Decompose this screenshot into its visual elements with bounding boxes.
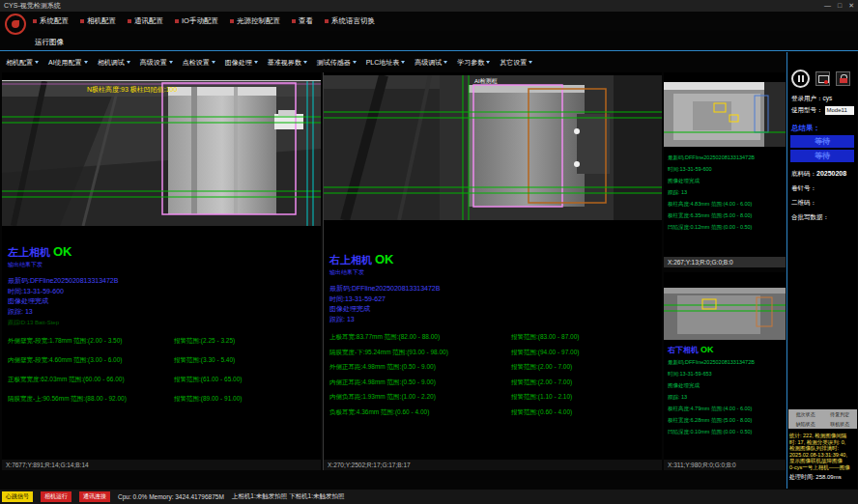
menu-io-manual[interactable]: IO手动配置 — [175, 16, 218, 26]
menu-system-config[interactable]: 系统配置 — [33, 16, 69, 26]
menu-view[interactable]: 查看 — [292, 16, 313, 26]
field-material-code: 底料码：20250208 — [791, 170, 846, 179]
result-ok-badge: OK — [375, 252, 394, 266]
statusbar: 心跳信号 相机运行 通讯连接 Cpu: 0.0% Memory: 3424.41… — [0, 490, 858, 504]
camera-result-title: 右上相机 — [329, 253, 372, 267]
toolbar-image-process[interactable]: 图像处理 — [225, 58, 258, 68]
preview-bottom-image[interactable] — [664, 288, 786, 340]
menu-icon — [292, 19, 296, 23]
titlebar: CYS-视觉检测系统 — □ ✕ — [0, 0, 858, 12]
menu-icon — [230, 19, 234, 23]
menu-icon — [33, 19, 37, 23]
chevron-down-icon — [35, 61, 39, 64]
chevron-down-icon — [401, 61, 405, 64]
measurement-row: 上极耳宽:83.77mm 范围:(82.00 - 88.00)报警范围:(83.… — [329, 333, 660, 342]
result-sub: 输出结果下发 — [8, 261, 319, 269]
chevron-down-icon — [486, 61, 490, 64]
cpu-memory-status: Cpu: 0.0% Memory: 3424.41796875M — [118, 493, 224, 500]
preview-top-image[interactable] — [664, 82, 786, 147]
track-id: 跟踪ID:13 Batt-Step — [8, 319, 319, 327]
tab-run-image[interactable]: 运行图像 — [35, 32, 64, 52]
menu-comm-config[interactable]: 通讯配置 — [128, 16, 163, 26]
toolbar-test-sensor[interactable]: 测试传感器 — [317, 58, 357, 68]
toolbar-ai-config[interactable]: AI使用配置 — [48, 58, 88, 68]
track-number: 跟踪: 13 — [329, 316, 660, 324]
chevron-down-icon — [529, 61, 532, 64]
stats-grid: 批次状态 待复判定 缺陷状态 联机状态 — [788, 409, 857, 429]
chevron-down-icon — [443, 61, 447, 64]
camera-monitor-button[interactable] — [815, 71, 830, 86]
result-ok-badge: OK — [53, 244, 72, 259]
chevron-down-icon — [127, 61, 130, 64]
maximize-button[interactable]: □ — [838, 0, 842, 12]
overlay-label: AI检测框 — [474, 77, 498, 84]
window-title: CYS-视觉检测系统 — [4, 2, 61, 9]
chevron-down-icon — [84, 61, 88, 64]
total-result-box-1: 等待 — [790, 135, 854, 148]
toolbar-advanced-settings[interactable]: 高级设置 — [140, 58, 173, 68]
toolbar-advanced-debug[interactable]: 高级调试 — [415, 58, 447, 68]
field-needle-number: 卷针号： — [791, 184, 816, 193]
measurement-row: 隔膜宽度-上:90.56mm 范围:(88.00 - 92.00)报警范围:(8… — [8, 395, 319, 404]
preview-top-results: 最新码:DFFline2025020813313472B 时间:13-31-59… — [668, 152, 786, 233]
chevron-down-icon — [169, 61, 173, 64]
measurement-row: 内侧负耳距:1.93mm 范围:(1.00 - 2.20)报警范围:(1.10 … — [329, 393, 660, 402]
login-user: 登录用户：cys — [791, 95, 832, 103]
camera-run-indicator: 相机运行 — [41, 491, 72, 502]
comm-link-indicator: 通讯连接 — [79, 491, 110, 502]
toolbar-camera-config[interactable]: 相机配置 — [6, 58, 39, 68]
model-select[interactable]: Mode11 — [825, 106, 854, 115]
preview-camera-bottom: 右下相机 OK 最新码:DFFline2025020813313472B 时间:… — [664, 272, 786, 470]
chevron-down-icon — [212, 61, 215, 64]
result-sub: 输出结果下发 — [329, 268, 660, 277]
result-ok-badge: OK — [701, 344, 714, 355]
model-row: 使用型号： Mode11 — [791, 106, 854, 115]
toolbar-other-settings[interactable]: 其它设置 — [500, 58, 532, 68]
menu-light-control[interactable]: 光源控制配置 — [230, 16, 280, 26]
measurement-row: 正极宽宽度:62.03mm 范围:(60.00 - 66.00)报警范围:(61… — [8, 376, 319, 384]
process-status: 图像处理完成 — [329, 305, 660, 314]
toolbar-spot-check[interactable]: 点检设置 — [183, 58, 215, 68]
close-button[interactable]: ✕ — [848, 0, 854, 12]
toolbar: 相机配置 AI使用配置 相机调试 高级设置 点检设置 图像处理 基准视界数 测试… — [0, 52, 785, 72]
pixel-coords: X:270;Y:2502;R:17;G:17;B:17 — [324, 460, 662, 470]
left-camera-image[interactable]: N极柱高度:93 极柱凹陷值:100 — [2, 80, 321, 226]
lock-button[interactable] — [836, 71, 850, 86]
measurement-row: 外侧壁宽-段宽:1.78mm 范围:(2.00 - 3.50)报警范围:(2.2… — [8, 337, 319, 346]
measurement-row: 内侧壁宽-段宽:4.60mm 范围:(3.00 - 6.00)报警范围:(3.3… — [8, 356, 319, 365]
menu-icon — [80, 19, 84, 23]
heartbeat-indicator: 心跳信号 — [2, 491, 33, 502]
pause-button[interactable] — [791, 70, 810, 88]
field-batch-write: 合批写数据： — [791, 213, 829, 222]
menu-language-switch[interactable]: 系统语言切换 — [325, 16, 375, 26]
measurement-row: 内侧正耳距:4.98mm 范围:(0.50 - 9.00)报警范围:(2.00 … — [329, 378, 660, 387]
camera-trigger-status: 上相机1:未触发拍照 下相机1:未触发拍照 — [232, 492, 345, 501]
stats-lines: 统计: 222, 检测图像间隔 时: 17, 检测分类误判: 0, 检测图像队列… — [789, 433, 856, 471]
latest-code: 最新码:DFFline2025020813313472B — [8, 277, 319, 286]
left-result-block: 左上相机 OK 输出结果下发 最新码:DFFline20250208133134… — [8, 244, 319, 414]
toolbar-camera-debug[interactable]: 相机调试 — [98, 58, 130, 68]
pause-icon — [798, 75, 800, 82]
total-result-box-2: 等待 — [790, 150, 854, 162]
measurement-row: 外侧正耳距:4.98mm 范围:(0.50 - 9.00)报警范围:(2.00 … — [329, 363, 660, 372]
overlay-label: N极柱高度:93 极柱凹陷值:100 — [87, 86, 177, 94]
camera-result-title: 左上相机 — [8, 245, 50, 260]
right-result-block: 右上相机 OK 输出结果下发 最新码:DFFline20250208133134… — [329, 252, 660, 423]
camera-result-title: 右下相机 — [668, 345, 699, 356]
toolbar-plc-address[interactable]: PLC地址表 — [366, 58, 406, 68]
record-dot-icon — [824, 80, 828, 84]
chevron-down-icon — [303, 61, 307, 64]
capture-time: 时间:13-31-59-627 — [329, 295, 660, 304]
toolbar-baseline-params[interactable]: 基准视界数 — [268, 58, 307, 68]
measurement-row: 负极耳宽:4.36mm 范围:(0.60 - 4.00)报警范围:(0.60 -… — [329, 408, 660, 417]
pixel-coords: X:267;Y:13;R:0;G:0;B:0 — [664, 257, 786, 267]
minimize-button[interactable]: — — [824, 0, 831, 12]
menu-icon — [325, 19, 329, 23]
right-camera-panel: AI检测框 右上相机 OK 输出结果下发 最新码:DFFline20250208… — [323, 72, 662, 470]
toolbar-learn-params[interactable]: 学习参数 — [457, 58, 490, 68]
measurement-row: 隔膜宽度-下:95.24mm 范围:(93.00 - 98.00)报警范围:(9… — [329, 349, 660, 357]
right-camera-image[interactable]: AI检测框 — [324, 75, 662, 220]
app-window: CYS-视觉检测系统 — □ ✕ 系统配置 相机配置 通讯配置 IO手动配置 光… — [0, 0, 858, 504]
tabrow: 运行图像 — [0, 31, 858, 51]
menu-camera-config[interactable]: 相机配置 — [80, 16, 116, 26]
